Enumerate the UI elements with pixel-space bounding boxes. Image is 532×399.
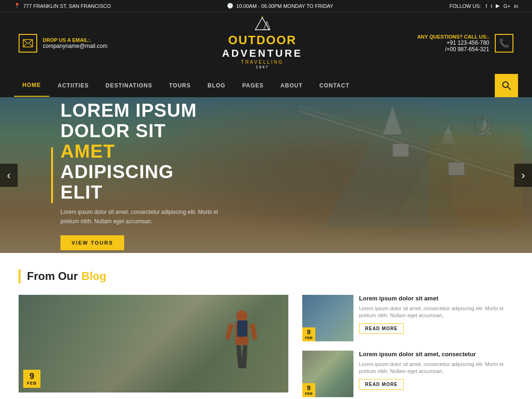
phone-info: ANY QUESTIONS? CALL US:. +91 123-456-780…: [417, 34, 489, 53]
phone-icon: 📞: [495, 34, 513, 53]
social-icons: f t ▶ G+ in: [485, 3, 518, 9]
phone-number-2: /+00 987-654-321: [417, 46, 489, 53]
blog-card-2-desc: Lorem ipsum dolor sit amet, consectetur …: [359, 361, 513, 375]
site-header: DROP US A EMAIL:. companyname@mail.com O…: [0, 12, 532, 74]
blog-main-date-mon: FEB: [27, 381, 37, 386]
nav-pages[interactable]: PAGES: [234, 75, 272, 96]
email-info: DROP US A EMAIL:. companyname@mail.com: [43, 37, 107, 49]
googleplus-icon[interactable]: G+: [503, 3, 510, 9]
svg-line-1: [23, 44, 26, 47]
blog-main-image: 9 FEB: [19, 295, 288, 392]
email-address: companyname@mail.com: [43, 43, 107, 49]
slider-prev-button[interactable]: ‹: [0, 164, 18, 187]
hero-accent-bar: [51, 147, 53, 203]
logo-sub: TRAVELLING: [222, 60, 303, 65]
prev-arrow-icon: ‹: [7, 169, 11, 182]
hero-slider: LOREM IPSUM DOLOR SIT AMET ADIPISCING EL…: [0, 97, 532, 253]
blog-section: From Our Blog: [0, 253, 532, 399]
blog-card-2-date-mon: FEB: [305, 392, 313, 396]
title-accent-bar: [19, 269, 20, 283]
blog-card-2-badge: 9 FEB: [302, 383, 315, 397]
top-bar: 📍 777 FRANKLIN ST, SAN FRANCISCO 🕐 10.00…: [0, 0, 532, 12]
nav-about[interactable]: ABOUT: [272, 75, 311, 96]
nav-activities[interactable]: ACTIITIES: [49, 75, 97, 96]
blog-card-2-content: Lorem ipsum dolor sit amet, consectetur …: [359, 351, 513, 390]
drop-email-label: DROP US A EMAIL:.: [43, 37, 107, 43]
hero-title-line1: LOREM IPSUM: [60, 100, 219, 120]
phone-number-1: +91 123-456-780: [417, 40, 489, 46]
blog-sidebar: 9 FEB Lorem ipsum dolor sit amet Lorem i…: [302, 295, 513, 399]
logo-title: Outdoor: [222, 33, 303, 47]
blog-main-date-badge: 9 FEB: [23, 370, 40, 388]
blog-card-1-badge: 9 FEB: [302, 327, 315, 341]
blog-card-2-date-num: 9: [305, 385, 313, 391]
header-email-section: DROP US A EMAIL:. companyname@mail.com: [19, 34, 107, 53]
hero-title-dolor: DOLOR SIT: [60, 120, 166, 141]
blog-section-title: From Our Blog: [19, 269, 513, 283]
logo-adventure: ADVENTURE: [222, 47, 303, 60]
logo-year: 1947: [222, 65, 303, 69]
hours-text: 10.00AM - 06.00PM MONDAY TO FRIDAY: [236, 3, 333, 9]
top-bar-address: 📍 777 FRANKLIN ST, SAN FRANCISCO: [14, 3, 111, 9]
hero-title: LOREM IPSUM DOLOR SIT AMET ADIPISCING EL…: [60, 100, 219, 202]
nav-blog[interactable]: BLOG: [199, 75, 234, 96]
top-bar-social: FOLLOW US: f t ▶ G+ in: [449, 3, 518, 9]
hero-title-line3: ADIPISCING ELIT: [60, 161, 219, 202]
svg-point-6: [261, 17, 263, 18]
nav-destinations[interactable]: DESTINATIONS: [97, 75, 160, 96]
clock-icon: 🕐: [227, 3, 233, 9]
blog-card-1-title: Lorem ipsum dolor sit amet: [359, 295, 513, 303]
hero-title-line2: DOLOR SIT AMET: [60, 120, 219, 161]
main-navigation: HOME ACTIITIES DESTINATIONS TOURS BLOG P…: [0, 74, 532, 97]
youtube-icon[interactable]: ▶: [496, 3, 499, 9]
location-icon: 📍: [14, 3, 20, 9]
blog-title-highlight: Blog: [81, 270, 106, 283]
blog-card-1-date-num: 9: [305, 329, 313, 335]
blog-card-1-image: 9 FEB: [302, 295, 353, 341]
blog-main-overlay: [19, 295, 288, 392]
blog-card-1-desc: Lorem ipsum dolor sit amet, consectetur …: [359, 305, 513, 319]
any-questions-label: ANY QUESTIONS? CALL US:.: [417, 34, 489, 40]
twitter-icon[interactable]: t: [491, 3, 492, 9]
svg-marker-3: [255, 18, 269, 30]
hero-title-amet: AMET: [60, 141, 115, 161]
read-more-button-1[interactable]: READ MORE: [359, 323, 404, 334]
hero-content: LOREM IPSUM DOLOR SIT AMET ADIPISCING EL…: [0, 100, 256, 250]
follow-us-label: FOLLOW US:: [449, 3, 481, 9]
read-more-button-2[interactable]: READ MORE: [359, 379, 404, 390]
mountain-icon: [222, 17, 303, 33]
nav-contact[interactable]: CONTACT: [311, 75, 358, 96]
site-logo: Outdoor ADVENTURE TRAVELLING 1947: [222, 17, 303, 69]
blog-card-1: 9 FEB Lorem ipsum dolor sit amet Lorem i…: [302, 295, 513, 341]
facebook-icon[interactable]: f: [485, 3, 487, 9]
blog-card-1-date-mon: FEB: [305, 336, 313, 340]
blog-card-2: 9 FEB Lorem ipsum dolor sit amet, consec…: [302, 351, 513, 397]
logo-outdoor: Outdoor: [228, 33, 297, 47]
svg-line-8: [508, 87, 511, 90]
blog-card-2-image: 9 FEB: [302, 351, 353, 397]
svg-point-7: [503, 82, 508, 87]
address-text: 777 FRANKLIN ST, SAN FRANCISCO: [23, 3, 111, 9]
nav-tours[interactable]: TOURS: [160, 75, 199, 96]
slider-next-button[interactable]: ›: [514, 164, 532, 187]
email-icon: [19, 34, 37, 53]
svg-line-2: [30, 44, 33, 47]
search-button[interactable]: [495, 74, 518, 97]
blog-card-2-title: Lorem ipsum dolor sit amet, consectetur: [359, 351, 513, 359]
header-phone-section: ANY QUESTIONS? CALL US:. +91 123-456-780…: [417, 34, 513, 53]
next-arrow-icon: ›: [521, 169, 525, 182]
linkedin-icon[interactable]: in: [514, 3, 518, 9]
nav-home[interactable]: HOME: [14, 74, 49, 97]
blog-card-1-content: Lorem ipsum dolor sit amet Lorem ipsum d…: [359, 295, 513, 334]
blog-main-date-num: 9: [27, 372, 37, 380]
blog-grid: 9 FEB Lorem ipsum dolor sit amet, consec…: [19, 295, 513, 399]
top-bar-hours: 🕐 10.00AM - 06.00PM MONDAY TO FRIDAY: [227, 3, 333, 9]
blog-main-post: 9 FEB Lorem ipsum dolor sit amet, consec…: [19, 295, 288, 399]
hero-description: Lorem ipsum dolor sit amet, consectetur …: [60, 208, 219, 226]
nav-links: HOME ACTIITIES DESTINATIONS TOURS BLOG P…: [14, 74, 358, 97]
view-tours-button[interactable]: VIEW TOURS: [60, 235, 124, 250]
blog-title-normal: From Our: [27, 270, 78, 283]
